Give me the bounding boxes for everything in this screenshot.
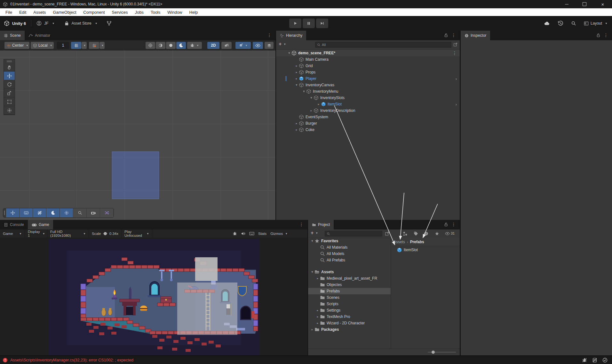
view-hand-tool[interactable] <box>4 63 15 72</box>
tool-handle-pivot-dropdown[interactable]: Center▼ <box>4 42 29 49</box>
overlay-lighting-button[interactable] <box>46 208 60 217</box>
inspector-lock-icon[interactable] <box>596 33 600 37</box>
expand-arrow[interactable]: ▸ <box>315 315 320 318</box>
hierarchy-panel-menu-icon[interactable]: ⋮ <box>451 33 456 37</box>
expand-arrow[interactable]: ▼ <box>287 51 291 55</box>
game-audio-icon[interactable] <box>241 231 245 236</box>
menu-component[interactable]: Component <box>80 10 108 15</box>
overlay-search-button[interactable] <box>73 208 87 217</box>
hierarchy-item-props[interactable]: ▸Props <box>276 69 460 75</box>
snap-increment-toggle[interactable] <box>89 42 99 49</box>
pause-button[interactable] <box>303 19 315 28</box>
packages-section[interactable]: ▸Packages <box>308 326 391 333</box>
expand-arrow[interactable]: ▼ <box>310 270 314 274</box>
filter-label-icon[interactable] <box>414 231 418 236</box>
scene-row-menu-icon[interactable]: ⋮ <box>452 51 457 55</box>
transform-tool[interactable] <box>4 106 15 115</box>
maximize-button[interactable] <box>576 0 593 8</box>
hierarchy-item-coke[interactable]: ▸Coke <box>276 127 460 133</box>
stats-button[interactable]: Stats <box>258 232 266 236</box>
overlay-gizmos-button[interactable] <box>60 208 73 217</box>
breadcrumb-prefabs[interactable]: Prefabs <box>410 240 424 244</box>
asset-zoom-slider[interactable] <box>428 352 456 352</box>
debug-draw-mode[interactable]: ▼ <box>187 42 202 49</box>
expand-arrow[interactable]: ▸ <box>315 321 320 325</box>
expand-arrow[interactable]: ▼ <box>294 83 299 87</box>
hierarchy-create-button[interactable]: +▼ <box>279 42 286 47</box>
scene-visibility-toggle[interactable] <box>253 42 263 49</box>
resolution-dropdown[interactable]: Full HD (1920x1080)▼ <box>47 229 89 238</box>
folder-scripts[interactable]: Scripts <box>308 301 391 307</box>
favorite-all-models[interactable]: All Models <box>308 251 391 257</box>
folder-textmeshpro[interactable]: ▸TextMesh Pro <box>308 314 391 320</box>
overlay-move-button[interactable] <box>6 208 20 217</box>
expand-arrow[interactable]: ▼ <box>310 239 314 243</box>
menu-help[interactable]: Help <box>186 10 202 15</box>
game-debug-icon[interactable] <box>233 231 237 236</box>
undo-history-icon[interactable] <box>558 21 563 26</box>
tab-project[interactable]: Project <box>308 220 334 229</box>
2d-mode-toggle[interactable]: 2D <box>207 42 219 49</box>
expand-arrow[interactable]: ▸ <box>310 328 314 331</box>
shading-mode-shaded-wire[interactable] <box>156 42 165 49</box>
rotate-tool[interactable] <box>4 80 15 89</box>
expand-arrow[interactable]: ▸ <box>294 128 299 131</box>
status-error-message[interactable]: Assets\Scripts\InventoryManager.cs(32,23… <box>10 358 133 362</box>
folder-wizard[interactable]: ▸Wizard - 2D Character <box>308 320 391 326</box>
asset-itemslot[interactable]: ItemSlot <box>391 247 460 253</box>
game-input-icon[interactable] <box>249 232 254 236</box>
overlay-camera-button[interactable] <box>87 208 100 217</box>
hierarchy-item-grid[interactable]: ▸Grid <box>276 63 460 69</box>
grid-snap-toggle[interactable] <box>71 42 81 49</box>
menu-file[interactable]: File <box>2 10 16 15</box>
game-panel-menu-icon[interactable]: ⋮ <box>299 222 304 227</box>
filter-warning-icon[interactable] <box>424 231 428 236</box>
game-target-dropdown[interactable]: Game▼ <box>0 229 25 238</box>
rect-tool[interactable] <box>4 97 15 106</box>
expand-arrow[interactable]: ▸ <box>309 109 314 112</box>
project-lock-icon[interactable] <box>444 222 448 227</box>
close-button[interactable]: × <box>593 0 612 8</box>
play-button[interactable] <box>289 19 301 28</box>
folder-medieval[interactable]: ▸Medieval_pixel_art_asset_FR <box>308 275 391 282</box>
scale-control[interactable]: Scale 0.34x <box>89 229 122 238</box>
folder-scenes[interactable]: Scenes <box>308 294 391 301</box>
expand-arrow[interactable]: ▸ <box>315 277 320 280</box>
expand-arrow[interactable]: ▸ <box>315 309 320 312</box>
tab-scene[interactable]: Scene <box>0 31 25 40</box>
hierarchy-item-scene-root[interactable]: ▼ demo_scene_FREE* ⋮ <box>276 50 460 56</box>
shading-mode-wireframe[interactable] <box>146 42 155 49</box>
hierarchy-item-main-camera[interactable]: Main Camera <box>276 56 460 63</box>
account-button[interactable]: JF <box>44 21 48 26</box>
folder-settings[interactable]: ▸Settings <box>308 307 391 314</box>
debugger-disabled-icon[interactable] <box>582 358 587 363</box>
favorite-all-materials[interactable]: All Materials <box>308 244 391 251</box>
cloud-icon[interactable] <box>544 21 550 26</box>
hierarchy-search-input[interactable]: All <box>315 42 451 48</box>
layers-button[interactable] <box>265 42 274 49</box>
project-panel-menu-icon[interactable]: ⋮ <box>451 222 456 227</box>
effects-toggle[interactable]: ▼ <box>235 42 251 49</box>
expand-arrow[interactable]: ▼ <box>302 90 306 93</box>
play-focus-dropdown[interactable]: Play Unfocused▼ <box>122 229 152 238</box>
tab-animator[interactable]: Animator <box>25 31 54 40</box>
layout-dropdown[interactable]: Layout ▼ <box>584 21 608 26</box>
minimize-button[interactable] <box>558 0 576 8</box>
import-status-icon[interactable] <box>602 358 608 363</box>
filter-type-icon[interactable] <box>403 231 407 236</box>
search-icon[interactable] <box>571 21 576 26</box>
favorite-all-prefabs[interactable]: All Prefabs <box>308 257 391 263</box>
gizmos-dropdown[interactable]: Gizmos▼ <box>270 232 288 236</box>
expand-arrow[interactable]: ▸ <box>294 122 299 125</box>
grid-size-input[interactable]: 1 <box>57 42 69 49</box>
account-dropdown-arrow[interactable]: ▼ <box>52 22 55 25</box>
search-external-icon[interactable] <box>385 231 389 236</box>
favorites-section[interactable]: ▼Favorites <box>308 238 391 244</box>
display-dropdown[interactable]: Display 1▼ <box>25 229 47 238</box>
hierarchy-item-burger[interactable]: ▸Burger <box>276 120 460 127</box>
move-tool[interactable] <box>4 72 15 80</box>
snap-increment-dropdown[interactable]: ▼ <box>99 42 105 49</box>
expand-arrow[interactable]: ▸ <box>294 77 299 80</box>
overlay-properties-button[interactable] <box>20 208 33 217</box>
project-create-button[interactable]: +▼ <box>311 230 318 236</box>
